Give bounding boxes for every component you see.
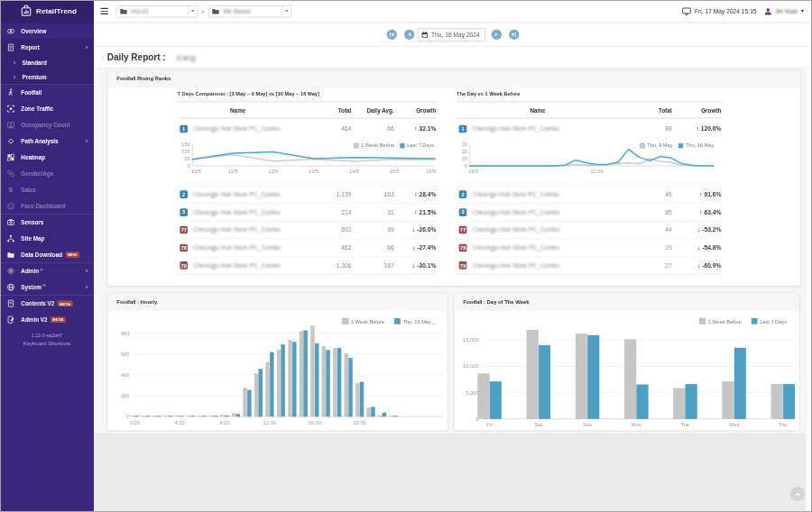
rank-row-2: 2Cheongju Hub Store PC_Combo1,139163↑ 28… — [178, 186, 438, 204]
sidebar-item-face-dashboard[interactable]: Face Dashboard — [0, 197, 94, 214]
gender-age-icon — [6, 169, 16, 178]
avg-value: 187 — [353, 262, 395, 269]
folder-icon — [120, 8, 128, 14]
arrow-up-icon: ↑ — [414, 125, 417, 132]
chevron-right-icon: › — [86, 284, 88, 290]
rank-badge: 77 — [459, 226, 467, 234]
store-name: Cheongju Hub Store PC_Combo — [193, 262, 281, 269]
heatmap-icon — [6, 153, 16, 161]
panel-footfall-dayweek: Footfall : Day of The Week 05,00010,0001… — [454, 293, 800, 431]
store-name: Cheongju Hub Store PC_Combo — [472, 209, 559, 215]
sidebar-item-overview[interactable]: Overview — [0, 23, 94, 39]
arrow-down-icon: ↓ — [412, 262, 415, 269]
date-first-button[interactable] — [387, 30, 397, 40]
sidebar-item-path-analysis[interactable]: Path Analysis› — [0, 133, 94, 149]
table-title: 7 Days Comparison : [3 May ~ 9 May] vs [… — [178, 91, 438, 102]
sidebar-item-footfall[interactable]: Footfall — [0, 84, 94, 100]
sidebar-item-premium[interactable]: ›Premium — [0, 69, 94, 84]
brand-logo[interactable]: RetailTrend — [0, 0, 94, 23]
arrow-down-icon: ↓ — [412, 244, 415, 251]
svg-text:Last 7 Days: Last 7 Days — [760, 319, 787, 325]
brand-name: RetailTrend — [36, 7, 77, 15]
org-select[interactable]: HQ-01 — [116, 5, 198, 17]
growth-value: ↑ 32.1% — [395, 125, 438, 132]
page-title-suffix: CHQ — [177, 53, 198, 61]
date-navigation-bar: Thu, 16 May 2024 — [94, 23, 812, 47]
store-name: Cheongju Hub Store PC_Combo — [473, 227, 560, 233]
svg-text:100: 100 — [181, 149, 189, 154]
svg-text:5,000: 5,000 — [466, 390, 479, 396]
sidebar-item-gender-age[interactable]: Gender/Age — [0, 165, 94, 181]
app-version: 1.22.0-ea2d47 — [0, 333, 94, 338]
data-download-icon — [6, 251, 16, 259]
svg-text:0: 0 — [465, 163, 467, 169]
svg-text:1 Week Before: 1 Week Before — [708, 319, 742, 325]
date-next-button[interactable] — [492, 30, 502, 40]
sidebar-item-admin[interactable]: Admin®› — [0, 262, 94, 279]
svg-text:13/5: 13/5 — [309, 169, 318, 174]
sidebar-item-heatmap[interactable]: Heatmap — [0, 149, 94, 165]
sidebar-item-occupancy-count[interactable]: Occupancy Count — [0, 116, 94, 133]
calendar-icon — [421, 31, 429, 38]
avg-value: 163 — [353, 191, 395, 197]
date-prev-button[interactable] — [404, 30, 414, 40]
table-7days-comparison: 7 Days Comparison : [3 May ~ 9 May] vs [… — [178, 91, 438, 275]
sidebar-item-contents-v2[interactable]: Contents V2BETA — [0, 295, 94, 311]
topbar: HQ-01 > My Stores Fri, 17 May 2024 15:15… — [94, 0, 812, 23]
sidebar-item-system[interactable]: System®› — [0, 279, 94, 295]
total-value: 44 — [619, 227, 673, 233]
svg-text:Wed: Wed — [729, 422, 740, 427]
sensors-icon — [6, 218, 16, 226]
sidebar-item-sensors[interactable]: Sensors — [0, 214, 94, 230]
growth-value: ↑ 21.5% — [395, 209, 438, 215]
hamburger-menu-icon[interactable] — [100, 6, 108, 15]
growth-value: ↑ 28.4% — [395, 191, 438, 197]
total-value: 214 — [299, 209, 353, 215]
rank-badge: 79 — [180, 261, 188, 270]
admin-v2-icon — [6, 315, 16, 324]
page-title-bar: Daily Report : CHQ — [94, 47, 812, 69]
report-icon — [6, 43, 16, 51]
keyboard-shortcuts-link[interactable]: Keyboard Shortcuts — [0, 341, 94, 347]
sidebar-item-site-map[interactable]: Site Map — [0, 230, 94, 246]
store-select[interactable]: My Stores — [208, 5, 292, 17]
svg-text:10,000: 10,000 — [463, 363, 478, 369]
sidebar-item-data-download[interactable]: Data DownloadNEW — [0, 246, 94, 262]
sidebar-nav: OverviewReport››Standard›PremiumFootfall… — [0, 23, 94, 327]
total-value: 464 — [299, 125, 353, 132]
sidebar-item-standard[interactable]: ›Standard — [0, 55, 94, 69]
sidebar-item-sales[interactable]: $Sales — [0, 181, 94, 197]
rank-badge: 79 — [459, 261, 467, 270]
panel-dayweek-title: Footfall : Day of The Week — [454, 293, 799, 310]
svg-text:12:00: 12:00 — [590, 169, 603, 174]
total-value: 88 — [619, 125, 673, 132]
date-last-button[interactable] — [509, 30, 519, 40]
rank-row-77: 77Cheongju Hub Store PC_Combo69299↓ -26.… — [178, 222, 438, 240]
occupancy-icon — [6, 121, 16, 129]
site-map-icon — [6, 234, 16, 242]
sidebar-item-admin-v2[interactable]: Admin V2BETA — [0, 311, 94, 327]
date-picker[interactable]: Thu, 16 May 2024 — [418, 28, 485, 41]
sidebar-item-zone-traffic[interactable]: Zone Traffic — [0, 100, 94, 116]
user-menu-caret-icon[interactable]: ▼ — [800, 8, 805, 14]
store-name: Cheongju Hub Store PC_Combo — [193, 125, 281, 132]
svg-text:400: 400 — [121, 372, 129, 378]
svg-text:Thu, 16 May _: Thu, 16 May _ — [402, 319, 436, 325]
scroll-to-top-button[interactable] — [790, 487, 805, 501]
svg-text:Thu, 16 May: Thu, 16 May — [686, 142, 715, 148]
total-value: 1,139 — [299, 191, 353, 197]
svg-text:Tue: Tue — [681, 422, 690, 427]
arrow-up-icon: ↑ — [699, 209, 702, 215]
svg-text:$: $ — [9, 186, 14, 194]
svg-text:20:00: 20:00 — [354, 420, 366, 425]
store-name: Cheongju Hub Store PC_Combo — [472, 191, 559, 197]
store-select-value: My Stores — [224, 8, 277, 14]
chevron-down-icon — [188, 5, 198, 16]
rank-row-3: 3Cheongju Hub Store PC_Combo21431↑ 21.5% — [178, 204, 438, 222]
rank-row-1: 1Cheongju Hub Store PC_Combo88↑ 120.0% — [457, 118, 723, 139]
svg-text:200: 200 — [121, 393, 129, 398]
total-value: 1,306 — [299, 262, 353, 269]
scrollbar[interactable] — [806, 69, 812, 512]
sidebar-item-report[interactable]: Report› — [0, 39, 94, 55]
svg-text:14/5: 14/5 — [349, 169, 359, 174]
